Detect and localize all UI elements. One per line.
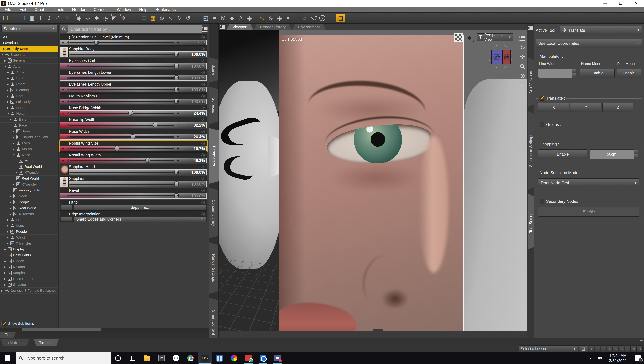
parameter-value[interactable]: 49.2%	[181, 158, 205, 163]
lesson-step-button[interactable]: 9	[637, 346, 643, 352]
install-manager-icon[interactable]: IM	[154, 352, 169, 364]
expand-arrow-icon[interactable]: ▶	[4, 272, 8, 274]
tree-row[interactable]: ▼ Head	[0, 111, 58, 116]
expand-arrow-icon[interactable]: ▶	[13, 136, 16, 138]
draw-style-icon[interactable]: ❖	[465, 34, 473, 42]
file-explorer-icon[interactable]	[140, 352, 154, 364]
toolbar-button[interactable]: ●	[284, 14, 293, 22]
active-tool-select[interactable]: Translate ▼	[559, 26, 642, 35]
parameter-slider[interactable]: − ✚ 100.0%	[60, 98, 207, 104]
parameter-value[interactable]: 24.4%	[181, 111, 205, 116]
tree-row[interactable]: ▶ G People	[0, 229, 58, 234]
decrement-button[interactable]: −	[62, 158, 65, 163]
viewport-tab[interactable]: Viewport	[227, 24, 253, 30]
tree-row[interactable]: ▶ G Hidden	[0, 258, 58, 264]
toolbar-button[interactable]: ▣	[27, 14, 36, 22]
orbit-icon[interactable]: ↻	[518, 43, 527, 52]
lesson-step-button[interactable]: 5	[613, 346, 618, 352]
expand-arrow-icon[interactable]: ▶	[7, 242, 11, 245]
gear-icon[interactable]	[201, 70, 206, 75]
gear-icon[interactable]	[201, 35, 206, 39]
expand-arrow-icon[interactable]: ▶	[16, 172, 19, 174]
secondary-nodes-checkbox[interactable]	[540, 199, 544, 204]
decrement-button[interactable]: −	[62, 87, 65, 92]
expand-arrow-icon[interactable]: ▶	[7, 83, 11, 86]
decrement-button[interactable]: −	[62, 99, 65, 104]
gear-icon[interactable]	[201, 58, 206, 63]
gear-icon[interactable]	[201, 188, 206, 192]
lesson-play-button[interactable]: ▤	[579, 346, 588, 352]
expand-arrow-icon[interactable]: ▶	[10, 213, 13, 215]
increment-button[interactable]: ✚	[177, 76, 179, 80]
parameter-slider[interactable]: − ✚ 24.4%	[60, 110, 207, 116]
tree-row[interactable]: ▶ G XTransfer	[0, 211, 58, 217]
frame-icon[interactable]: ⊕	[518, 71, 527, 80]
expand-arrow-icon[interactable]: ▶	[13, 148, 16, 150]
gear-icon[interactable]	[201, 47, 206, 51]
pane-tab[interactable]: Aux Viewport	[528, 57, 533, 107]
decrement-button[interactable]: −	[62, 146, 65, 151]
parameter-slider[interactable]: − ✚ 26.4%	[60, 134, 207, 140]
expand-arrow-icon[interactable]: ▶	[7, 95, 11, 97]
pane-tab[interactable]: Surfaces	[209, 86, 218, 124]
tree-row[interactable]: ▶ Feet	[0, 93, 58, 99]
tree-row[interactable]: G Easy Pants	[0, 252, 58, 258]
collapse-arrow-icon[interactable]: ▼	[7, 112, 11, 115]
increment-button[interactable]: ✚	[177, 158, 179, 162]
toolbar-button[interactable]: ❐	[19, 14, 27, 22]
decrement-button[interactable]: −	[62, 194, 65, 198]
lesson-step-button[interactable]: 4	[607, 346, 612, 352]
parameter-value[interactable]: 100.0%	[181, 64, 205, 68]
viewport-tab[interactable]: Environment	[292, 24, 326, 30]
axis-z-button[interactable]: Z	[602, 103, 633, 112]
toolbar-button[interactable]: ☼	[84, 14, 92, 22]
toolbar-button[interactable]: ⊕	[158, 14, 166, 22]
tree-row[interactable]: ▶ Hip	[0, 217, 58, 223]
slider-track[interactable]	[68, 124, 174, 126]
parameter-slider[interactable]: − ✚ 100.0%	[60, 169, 207, 175]
toolbar-button[interactable]: ↧	[36, 14, 45, 22]
close-button[interactable]: ✕	[628, 0, 644, 7]
toolbar-button[interactable]: ▦	[149, 14, 158, 22]
gear-icon[interactable]	[201, 153, 206, 157]
lesson-step-button[interactable]: 2	[595, 346, 600, 352]
pane-tab[interactable]: Scene	[209, 57, 218, 82]
gear-icon[interactable]	[201, 141, 206, 146]
toolbar-button[interactable]: ◉	[75, 14, 84, 22]
parameter-slider[interactable]: − ✚ 100.0%	[60, 181, 207, 187]
gear-icon[interactable]	[201, 212, 206, 216]
toolbar-button[interactable]: ✛	[193, 14, 201, 22]
increment-button[interactable]: ✚	[177, 100, 179, 104]
slider-track[interactable]	[68, 66, 174, 67]
toolbar-button[interactable]: ?	[319, 15, 325, 21]
menu-item[interactable]: Render	[68, 7, 90, 12]
parameter-value[interactable]: 26.4%	[181, 135, 205, 139]
tree-row[interactable]: ▶ G General	[0, 58, 58, 64]
parameter-value[interactable]: 100.0%	[181, 194, 205, 198]
slider-track[interactable]	[68, 136, 174, 138]
expand-arrow-icon[interactable]: ▶	[7, 100, 11, 103]
tree-row[interactable]: ▶ G Full Body	[0, 99, 58, 105]
node-selection-mode-select[interactable]: Root Node First ▼	[538, 178, 639, 187]
filter-list-item[interactable]: Currently Used	[0, 46, 58, 52]
daz-studio-taskbar-icon[interactable]: DS	[198, 352, 212, 364]
volume-icon[interactable]	[595, 352, 604, 364]
expand-arrow-icon[interactable]: ▶	[13, 183, 16, 186]
expand-arrow-icon[interactable]: ▶	[4, 284, 8, 286]
view-cube-left-face[interactable]: X Left	[502, 50, 511, 64]
discord-icon[interactable]	[270, 352, 285, 364]
expand-arrow-icon[interactable]: ▶	[1, 289, 5, 292]
dock-grip-icon[interactable]: ≣	[639, 339, 643, 344]
toolbar-button[interactable]: ♙	[236, 14, 245, 22]
axis-y-button[interactable]: Y	[570, 103, 601, 112]
pane-tab[interactable]: Render Settings	[209, 242, 218, 294]
expand-arrow-icon[interactable]: ▶	[10, 195, 13, 198]
decrement-button[interactable]: −	[62, 40, 65, 45]
parameter-slider[interactable]: − ✚ 100.0%	[60, 63, 207, 69]
tree-row[interactable]: ▶ Chest	[0, 81, 58, 87]
menu-item[interactable]: Edit	[15, 7, 30, 12]
parameter-slider[interactable]: − ✚ 100.0%	[60, 75, 207, 80]
toolbar-button[interactable]: ⌂	[300, 14, 309, 22]
toolbar-button[interactable]: ▩	[336, 14, 345, 22]
viewport-menu-icon[interactable]	[518, 33, 527, 43]
